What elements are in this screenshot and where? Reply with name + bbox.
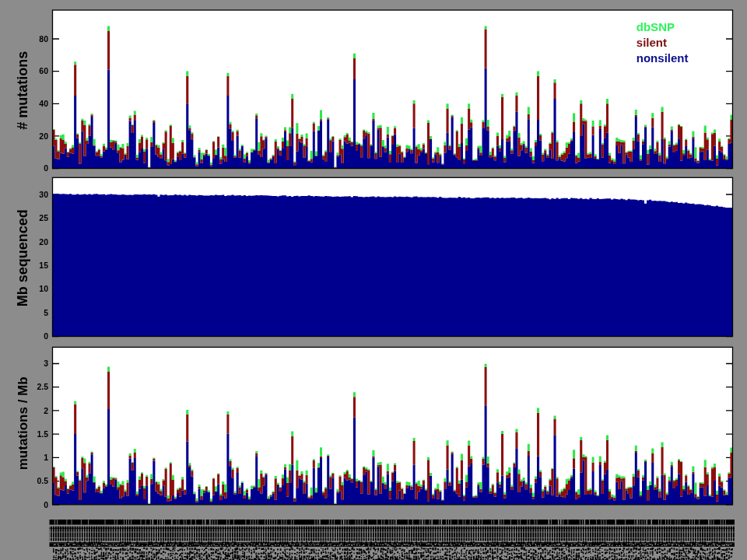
svg-text:60: 60 [39, 66, 48, 75]
svg-text:80: 80 [39, 34, 48, 44]
svg-text:1: 1 [44, 453, 48, 462]
svg-text:2: 2 [44, 406, 48, 415]
svg-text:10: 10 [39, 284, 48, 293]
svg-text:40: 40 [39, 99, 48, 108]
svg-text:5: 5 [44, 308, 48, 317]
svg-text:# mutations: # mutations [15, 51, 30, 130]
svg-text:2.5: 2.5 [37, 382, 48, 391]
svg-text:20: 20 [39, 237, 48, 247]
svg-text:30: 30 [39, 190, 48, 199]
svg-text:dbSNP: dbSNP [637, 20, 675, 33]
svg-text:0: 0 [44, 163, 48, 173]
svg-text:silent: silent [637, 36, 667, 49]
svg-text:0.5: 0.5 [37, 476, 48, 485]
svg-text:3: 3 [44, 359, 48, 368]
svg-text:20: 20 [39, 131, 48, 141]
svg-text:mutations / Mb: mutations / Mb [16, 376, 30, 470]
svg-text:0: 0 [44, 500, 48, 509]
svg-text:0: 0 [44, 331, 48, 341]
svg-text:15: 15 [39, 261, 48, 270]
svg-text:1.5: 1.5 [37, 429, 48, 439]
svg-text:nonsilent: nonsilent [637, 51, 689, 65]
svg-text:25: 25 [39, 213, 48, 222]
svg-text:Mb sequenced: Mb sequenced [15, 209, 30, 306]
